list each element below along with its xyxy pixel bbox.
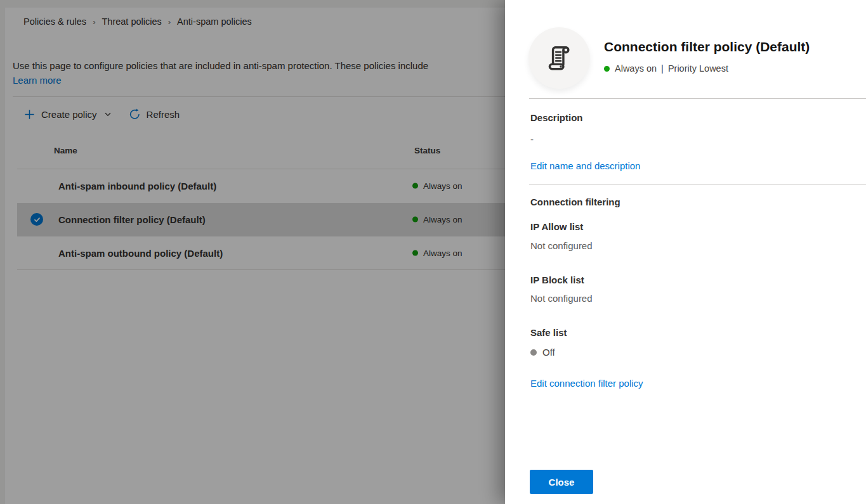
edit-connection-filter-policy-link[interactable]: Edit connection filter policy — [530, 378, 643, 389]
status-on-dot-icon — [604, 66, 610, 72]
status-off-dot-icon — [530, 349, 537, 356]
flyout-status-line: Always on | Priority Lowest — [604, 63, 728, 74]
flyout-title: Connection filter policy (Default) — [604, 37, 858, 56]
ip-allow-list-value: Not configured — [530, 240, 593, 251]
status-text: Always on — [615, 63, 657, 74]
status-separator: | — [661, 63, 664, 74]
description-value: - — [530, 134, 534, 145]
close-button[interactable]: Close — [530, 470, 593, 494]
ip-allow-list-label: IP Allow list — [530, 221, 583, 232]
description-label: Description — [530, 112, 583, 123]
connection-filtering-label: Connection filtering — [530, 197, 620, 207]
ip-block-list-label: IP Block list — [530, 275, 584, 285]
policy-avatar — [528, 27, 590, 89]
section-divider — [529, 184, 866, 184]
safe-list-label: Safe list — [530, 327, 567, 338]
policy-scroll-icon — [544, 42, 575, 74]
section-divider — [529, 98, 866, 99]
connection-filter-policy-flyout: Connection filter policy (Default) Alway… — [505, 0, 866, 504]
ip-block-list-value: Not configured — [530, 293, 593, 304]
priority-text: Priority Lowest — [668, 63, 728, 74]
flyout-dim-overlay[interactable] — [0, 0, 505, 504]
safe-list-status: Off — [530, 347, 555, 358]
edit-name-description-link[interactable]: Edit name and description — [530, 160, 640, 171]
